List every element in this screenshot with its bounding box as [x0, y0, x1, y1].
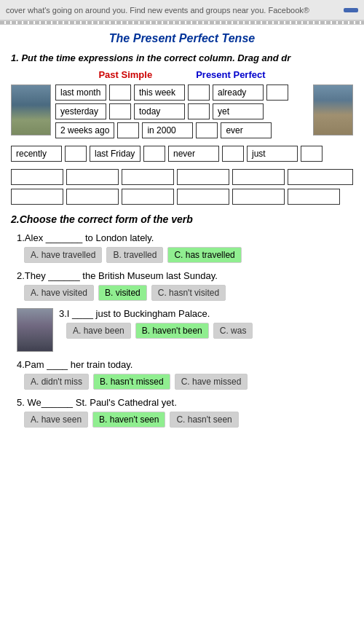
past-simple-header: Past Simple	[98, 69, 152, 80]
question-5-text: 5. We______ St. Paul's Cathedral yet.	[17, 397, 353, 408]
blank-4[interactable]	[109, 103, 131, 119]
word-yet: yet	[213, 103, 264, 119]
section2-title: 2.Choose the correct form of the verb	[11, 213, 353, 225]
word-never: never	[168, 146, 219, 162]
word-in-2000: in 2000	[142, 122, 193, 138]
word-today: today	[134, 103, 185, 119]
q2-option-c[interactable]: C. hasn't visited	[151, 285, 226, 301]
drag-row-1	[11, 169, 353, 185]
drag-box-5[interactable]	[232, 169, 285, 185]
word-this-week: this week	[134, 84, 185, 101]
drag-box-1[interactable]	[11, 169, 63, 185]
q5-option-b[interactable]: B. haven't seen	[92, 412, 165, 428]
drag-box-10[interactable]	[177, 189, 229, 205]
drag-box-6[interactable]	[288, 169, 353, 185]
word-2-weeks-ago: 2 weeks ago	[55, 122, 114, 138]
question-5: 5. We______ St. Paul's Cathedral yet. A.…	[11, 397, 353, 428]
blank-10[interactable]	[222, 146, 244, 162]
word-just: just	[247, 146, 298, 162]
drag-box-11[interactable]	[232, 189, 285, 205]
drag-box-2[interactable]	[66, 169, 119, 185]
question-3-text: 3.I ____ just to Buckingham Palace.	[59, 308, 253, 319]
word-row-3: 2 weeks ago in 2000 ever	[55, 122, 309, 138]
q3-option-b[interactable]: B. haven't been	[135, 323, 209, 339]
q2-option-b[interactable]: B. visited	[98, 285, 147, 301]
question-3: 3.I ____ just to Buckingham Palace. A. h…	[11, 308, 353, 352]
blank-8[interactable]	[65, 146, 87, 162]
blank-6[interactable]	[117, 122, 139, 138]
q2-option-a[interactable]: A. have visited	[24, 285, 94, 301]
word-recently: recently	[11, 146, 62, 162]
drag-row-2	[11, 189, 353, 205]
q3-option-c[interactable]: C. was	[213, 323, 253, 339]
question-1-options: A. have travelled B. travelled C. has tr…	[17, 247, 353, 263]
question-2: 2.They ______ the British Museum last Su…	[11, 270, 353, 301]
drag-box-4[interactable]	[177, 169, 229, 185]
question-2-text: 2.They ______ the British Museum last Su…	[17, 270, 353, 281]
drag-box-8[interactable]	[66, 189, 119, 205]
word-ever: ever	[221, 122, 272, 138]
drag-box-3[interactable]	[122, 169, 174, 185]
top-bar: cover what's going on around you. Find n…	[0, 0, 364, 20]
question-5-options: A. have seen B. haven't seen C. hasn't s…	[17, 412, 353, 428]
q1-option-c[interactable]: C. has travelled	[167, 247, 241, 263]
blank-9[interactable]	[143, 146, 165, 162]
present-perfect-header: Present Perfect	[196, 69, 265, 80]
column-headers: Past Simple Present Perfect	[11, 69, 353, 80]
blank-3[interactable]	[266, 84, 288, 101]
q4-option-c[interactable]: C. have missed	[175, 374, 248, 390]
q3-option-a[interactable]: A. have been	[66, 323, 131, 339]
question-1: 1.Alex _______ to London lately. A. have…	[11, 232, 353, 263]
word-yesterday: yesterday	[55, 103, 106, 119]
word-last-month: last month	[55, 84, 106, 101]
london-image	[11, 84, 51, 135]
london-image-inner	[12, 85, 50, 135]
word-row-1: last month this week already	[55, 84, 309, 101]
buckingham-image-inner	[17, 309, 52, 351]
drag-area	[11, 169, 353, 205]
q1-option-b[interactable]: B. travelled	[106, 247, 163, 263]
word-grid: last month this week already yesterday t…	[55, 84, 309, 141]
blank-5[interactable]	[188, 103, 210, 119]
question-4-text: 4.Pam ____ her train today.	[17, 359, 353, 370]
q3-content: 3.I ____ just to Buckingham Palace. A. h…	[59, 308, 253, 339]
recently-row: recently last Friday never just	[11, 146, 353, 162]
q5-option-a[interactable]: A. have seen	[24, 412, 88, 428]
blank-1[interactable]	[109, 84, 131, 101]
word-table-area: last month this week already yesterday t…	[11, 84, 353, 141]
q3-container: 3.I ____ just to Buckingham Palace. A. h…	[17, 308, 353, 352]
word-row-2: yesterday today yet	[55, 103, 309, 119]
tower-image-inner	[314, 85, 352, 135]
main-content: The Present Perfect Tense 1. Put the tim…	[0, 25, 364, 441]
q5-option-c[interactable]: C. hasn't seen	[170, 412, 238, 428]
tower-image	[313, 84, 353, 135]
blank-11[interactable]	[301, 146, 323, 162]
q4-option-b[interactable]: B. hasn't missed	[93, 374, 170, 390]
blank-2[interactable]	[188, 84, 210, 101]
q4-option-a[interactable]: A. didn't miss	[24, 374, 89, 390]
word-last-friday: last Friday	[90, 146, 141, 162]
drag-box-9[interactable]	[122, 189, 174, 205]
word-already: already	[213, 84, 264, 101]
buckingham-image	[17, 308, 53, 352]
blank-7[interactable]	[196, 122, 218, 138]
section1-instruction: 1. Put the time expressions in the corre…	[11, 52, 353, 63]
facebook-button[interactable]	[344, 8, 358, 12]
drag-box-12[interactable]	[288, 189, 340, 205]
question-3-options: A. have been B. haven't been C. was	[59, 323, 253, 339]
drag-box-7[interactable]	[11, 189, 63, 205]
question-2-options: A. have visited B. visited C. hasn't vis…	[17, 285, 353, 301]
question-4: 4.Pam ____ her train today. A. didn't mi…	[11, 359, 353, 390]
top-bar-text: cover what's going on around you. Find n…	[6, 6, 309, 15]
q1-option-a[interactable]: A. have travelled	[24, 247, 102, 263]
question-4-options: A. didn't miss B. hasn't missed C. have …	[17, 374, 353, 390]
question-1-text: 1.Alex _______ to London lately.	[17, 232, 353, 243]
page-title: The Present Perfect Tense	[11, 32, 353, 45]
questions-container: 1.Alex _______ to London lately. A. have…	[11, 232, 353, 428]
